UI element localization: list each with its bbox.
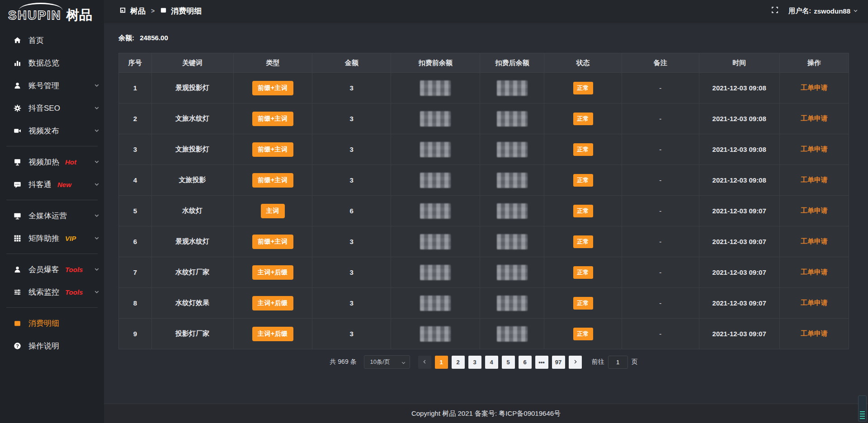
ticket-apply-link[interactable]: 工单申请 (801, 145, 828, 153)
cell-no: 2 (119, 103, 152, 134)
type-badge: 主词+后缀 (252, 327, 293, 341)
table-row: 4文旅投影前缀+主词3正常-2021-12-03 09:08工单申请 (119, 165, 849, 196)
app-logo: SHUPIN 树品 (0, 0, 104, 28)
sidebar-item-矩阵助推[interactable]: 矩阵助推VIP (0, 227, 104, 249)
username-label: 用户名: (788, 7, 811, 15)
status-badge: 正常 (573, 205, 593, 217)
table-row: 5水纹灯主词6正常-2021-12-03 09:07工单申请 (119, 196, 849, 226)
type-badge: 主词+后缀 (252, 296, 293, 310)
sidebar-item-label: 会员爆客 (28, 264, 59, 275)
page-size-select[interactable]: 10条/页 (364, 355, 410, 369)
type-badge: 前缀+主词 (252, 142, 293, 157)
column-header-关键词: 关键词 (151, 53, 233, 73)
sidebar-item-消费明细[interactable]: 消费明细 (0, 312, 104, 334)
goto-page-input[interactable] (608, 356, 628, 369)
sidebar-item-抖客通[interactable]: 抖客通New (0, 173, 104, 196)
sidebar-item-label: 视频发布 (28, 126, 59, 136)
cell-keyword: 投影灯厂家 (151, 319, 233, 349)
cell-type: 主词+后缀 (233, 319, 312, 349)
status-badge: 正常 (573, 235, 593, 248)
cell-no: 7 (119, 257, 152, 288)
page-button-1[interactable]: 1 (435, 356, 448, 369)
page-button-97[interactable]: 97 (552, 356, 565, 369)
sidebar-item-账号管理[interactable]: 账号管理 (0, 74, 104, 97)
ticket-apply-link[interactable]: 工单申请 (801, 268, 828, 276)
cell-balance-after (480, 226, 544, 257)
type-badge: 主词 (261, 204, 285, 218)
cell-time: 2021-12-03 09:07 (699, 319, 779, 349)
cell-amount: 3 (312, 319, 391, 349)
sidebar-item-视频发布[interactable]: 视频发布 (0, 119, 104, 142)
sidebar-item-数据总览[interactable]: 数据总览 (0, 52, 104, 74)
cell-remark: - (622, 73, 699, 103)
video-icon (13, 126, 22, 135)
breadcrumb-separator: > (150, 7, 156, 14)
cell-status: 正常 (544, 288, 622, 319)
sidebar-item-首页[interactable]: 首页 (0, 29, 104, 52)
cell-remark: - (622, 288, 699, 319)
cell-time: 2021-12-03 09:07 (699, 196, 779, 226)
ticket-apply-link[interactable]: 工单申请 (801, 207, 828, 214)
page-button-4[interactable]: 4 (485, 356, 498, 369)
masked-balance-before (420, 142, 451, 157)
cell-time: 2021-12-03 09:07 (699, 288, 779, 319)
cell-balance-after (480, 288, 544, 319)
column-header-类型: 类型 (233, 53, 312, 73)
cell-no: 4 (119, 165, 152, 196)
ticket-apply-link[interactable]: 工单申请 (801, 299, 828, 306)
cell-amount: 3 (312, 288, 391, 319)
cell-time: 2021-12-03 09:08 (699, 73, 779, 103)
page-buttons: 123456•••97 (435, 356, 565, 369)
wallet-icon (13, 319, 22, 328)
page-button-5[interactable]: 5 (502, 356, 515, 369)
breadcrumb-home[interactable]: 树品 (130, 6, 146, 16)
gear-icon (13, 103, 22, 113)
floating-widget[interactable] (858, 395, 867, 422)
app-square-icon (119, 7, 126, 15)
cell-amount: 6 (312, 196, 391, 226)
ticket-apply-link[interactable]: 工单申请 (801, 329, 828, 337)
cell-action: 工单申请 (779, 134, 849, 165)
ticket-apply-link[interactable]: 工单申请 (801, 237, 828, 245)
monitor-icon (13, 211, 22, 220)
ticket-apply-link[interactable]: 工单申请 (801, 176, 828, 183)
status-badge: 正常 (573, 143, 593, 156)
ticket-apply-link[interactable]: 工单申请 (801, 84, 828, 91)
sidebar-item-全媒体运营[interactable]: 全媒体运营 (0, 204, 104, 227)
sidebar-item-视频加热[interactable]: 视频加热Hot (0, 150, 104, 173)
masked-balance-after (497, 80, 528, 96)
cell-remark: - (622, 257, 699, 288)
cell-balance-before (391, 134, 480, 165)
next-page-button[interactable] (569, 356, 582, 369)
page-button-2[interactable]: 2 (452, 356, 465, 369)
chevron-down-icon (94, 289, 99, 295)
cell-amount: 3 (312, 165, 391, 196)
fullscreen-icon[interactable] (771, 6, 778, 15)
question-icon (13, 341, 22, 350)
sidebar-item-操作说明[interactable]: 操作说明 (0, 334, 104, 357)
status-badge: 正常 (573, 328, 593, 340)
cell-action: 工单申请 (779, 257, 849, 288)
table-body: 1景观投影灯前缀+主词3正常-2021-12-03 09:08工单申请2文旅水纹… (119, 73, 849, 349)
status-badge: 正常 (573, 174, 593, 187)
prev-page-button[interactable] (418, 356, 431, 369)
cell-type: 前缀+主词 (233, 134, 312, 165)
sidebar-item-线索监控[interactable]: 线索监控Tools (0, 281, 104, 303)
cell-balance-before (391, 73, 480, 103)
sidebar-item-抖音SEO[interactable]: 抖音SEO (0, 97, 104, 119)
cell-balance-before (391, 103, 480, 134)
cell-keyword: 水纹灯厂家 (151, 257, 233, 288)
user-dropdown[interactable]: 用户名: zswodun88 (788, 7, 858, 15)
sidebar-item-badge: Tools (65, 288, 83, 296)
cell-type: 主词+后缀 (233, 257, 312, 288)
more-pages-button[interactable]: ••• (535, 356, 548, 369)
topbar-right: 用户名: zswodun88 (771, 6, 858, 15)
column-header-操作: 操作 (779, 53, 849, 73)
sidebar-item-label: 视频加热 (28, 157, 59, 167)
page-button-6[interactable]: 6 (519, 356, 532, 369)
page-button-3[interactable]: 3 (468, 356, 481, 369)
cell-amount: 3 (312, 257, 391, 288)
ticket-apply-link[interactable]: 工单申请 (801, 114, 828, 122)
status-badge: 正常 (573, 113, 593, 125)
sidebar-item-会员爆客[interactable]: 会员爆客Tools (0, 258, 104, 281)
